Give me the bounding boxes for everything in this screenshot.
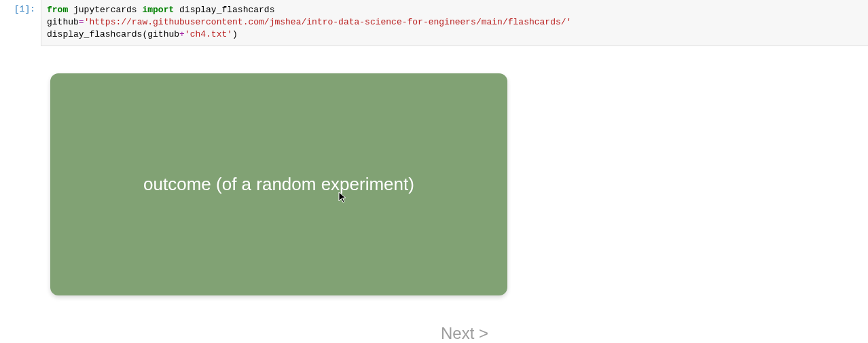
output-area: outcome (of a random experiment) Next > <box>41 46 868 343</box>
input-prompt: [1]: <box>0 0 41 14</box>
flashcard[interactable]: outcome (of a random experiment) <box>50 73 507 295</box>
code-line-1: from jupytercards import display_flashca… <box>47 4 863 16</box>
next-button[interactable]: Next > <box>441 324 488 342</box>
code-line-2: github='https://raw.githubusercontent.co… <box>47 16 863 29</box>
flashcard-text: outcome (of a random experiment) <box>143 174 414 195</box>
code-line-3: display_flashcards(github+'ch4.txt') <box>47 29 863 41</box>
code-input[interactable]: from jupytercards import display_flashca… <box>41 0 868 46</box>
prompt-label: [1]: <box>14 4 35 14</box>
next-button-container: Next > <box>50 324 507 343</box>
code-cell: [1]: from jupytercards import display_fl… <box>0 0 868 46</box>
